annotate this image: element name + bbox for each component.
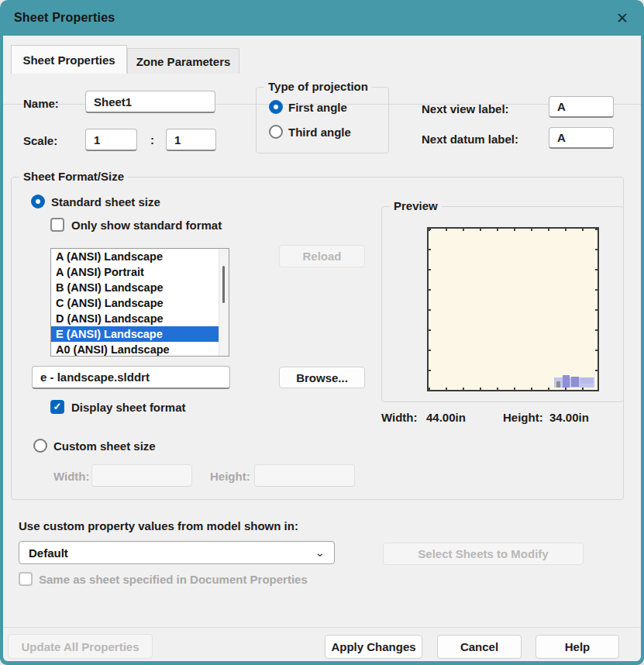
next-datum-value: A [557, 131, 566, 144]
preview-ticks-right [595, 229, 598, 390]
format-list-scroll-thumb[interactable] [222, 266, 225, 303]
title-block-col2 [571, 377, 579, 387]
sheet-properties-dialog: Sheet Properties ✕ Sheet Properties Zone… [0, 0, 644, 665]
scale-numerator-value: 1 [94, 133, 100, 146]
projection-group: Type of projection First angle Third ang… [256, 87, 389, 153]
checkbox-display-sheet-format[interactable]: ✓ Display sheet format [50, 400, 186, 414]
next-view-input[interactable]: A [549, 96, 614, 118]
scale-label: Scale: [23, 134, 57, 147]
chevron-down-icon: ⌄ [315, 546, 325, 560]
sheet-preview [427, 227, 599, 391]
projection-legend: Type of projection [264, 80, 372, 93]
format-list-item[interactable]: A (ANSI) Portrait [51, 264, 229, 280]
checkbox-same-as-label: Same as sheet specified in Document Prop… [39, 573, 308, 586]
custom-property-dropdown-value: Default [29, 546, 68, 560]
cancel-label: Cancel [460, 640, 498, 653]
browse-button[interactable]: Browse... [279, 367, 365, 388]
reload-button[interactable]: Reload [279, 245, 365, 267]
preview-group: Preview [381, 206, 624, 402]
sheet-format-group: Sheet Format/Size Standard sheet size On… [11, 177, 624, 500]
checkbox-display-label: Display sheet format [71, 401, 186, 414]
format-list-scrollbar[interactable] [219, 249, 229, 356]
title-bar: Sheet Properties ✕ [0, 0, 644, 36]
name-value: Sheet1 [94, 95, 132, 109]
radio-standard-label: Standard sheet size [51, 195, 160, 208]
radio-third-angle[interactable]: Third angle [269, 125, 351, 139]
radio-first-angle-label: First angle [288, 101, 347, 114]
preview-ticks-top [429, 228, 598, 231]
next-datum-label: Next datum label: [422, 133, 518, 146]
custom-property-dropdown[interactable]: Default ⌄ [19, 541, 335, 564]
dialog-body: Sheet Properties Zone Parameters Name: S… [3, 36, 641, 661]
checkbox-same-as-sheet[interactable]: Same as sheet specified in Document Prop… [19, 572, 308, 586]
radio-first-angle[interactable]: First angle [269, 100, 347, 114]
format-list-item[interactable]: E (ANSI) Landscape [51, 326, 229, 342]
radio-custom-label: Custom sheet size [53, 439, 156, 453]
format-list-item[interactable]: A (ANSI) Landscape [51, 249, 229, 264]
select-sheets-to-modify-button[interactable]: Select Sheets to Modify [383, 543, 584, 565]
title-block-col3 [580, 377, 593, 384]
format-list-item[interactable]: B (ANSI) Landscape [51, 280, 229, 295]
name-label: Name: [23, 97, 59, 110]
update-all-properties-button[interactable]: Update All Properties [8, 634, 153, 659]
format-file-value: e - landscape.slddrt [40, 370, 150, 384]
preview-ticks-left [428, 229, 431, 390]
preview-legend: Preview [390, 199, 442, 212]
preview-width-value: 44.00in [426, 411, 466, 424]
footer-separator [3, 627, 641, 628]
checkbox-only-standard[interactable]: Only show standard format [50, 218, 222, 232]
custom-height-label: Height: [210, 470, 250, 483]
checkbox-display-control: ✓ [50, 400, 64, 414]
custom-height-input[interactable] [254, 464, 355, 487]
next-view-label: Next view label: [422, 102, 509, 115]
preview-height-value: 34.00in [549, 411, 589, 424]
radio-first-angle-control [269, 100, 283, 114]
radio-custom-control [33, 439, 47, 453]
custom-property-label: Use custom property values from model sh… [19, 519, 298, 532]
checkbox-only-standard-control [50, 218, 64, 232]
scale-denominator-value: 1 [174, 133, 181, 146]
format-listbox[interactable]: A (ANSI) LandscapeA (ANSI) PortraitB (AN… [50, 248, 229, 357]
next-datum-input[interactable]: A [549, 127, 614, 149]
format-file-input[interactable]: e - landscape.slddrt [32, 366, 230, 389]
radio-third-angle-control [269, 125, 283, 139]
help-button[interactable]: Help [536, 635, 619, 659]
apply-changes-button[interactable]: Apply Changes [325, 635, 422, 659]
sheet-format-legend: Sheet Format/Size [19, 170, 128, 183]
scale-separator: : [150, 133, 154, 146]
title-block-col1 [563, 375, 570, 388]
close-icon[interactable]: ✕ [613, 9, 632, 27]
help-label: Help [565, 640, 591, 653]
apply-changes-label: Apply Changes [331, 640, 415, 653]
update-all-label: Update All Properties [22, 640, 139, 653]
window-title: Sheet Properties [14, 11, 115, 25]
name-input[interactable]: Sheet1 [85, 91, 215, 113]
preview-width-label: Width: [381, 411, 418, 424]
preview-ticks-bottom [429, 388, 598, 391]
scale-numerator-input[interactable]: 1 [85, 129, 137, 151]
custom-width-input[interactable] [91, 464, 192, 487]
tab-sheet-properties-label: Sheet Properties [22, 53, 115, 67]
preview-height-label: Height: [503, 411, 543, 424]
checkbox-only-standard-label: Only show standard format [71, 219, 222, 232]
select-sheets-label: Select Sheets to Modify [418, 547, 548, 560]
custom-width-label: Width: [53, 470, 90, 483]
tab-zone-parameters-label: Zone Parameters [136, 55, 231, 68]
format-list-item[interactable]: C (ANSI) Landscape [51, 295, 229, 311]
scale-denominator-input[interactable]: 1 [166, 129, 216, 151]
reload-button-label: Reload [302, 250, 341, 263]
radio-standard-control [31, 195, 45, 208]
format-list-item[interactable]: D (ANSI) Landscape [51, 311, 229, 326]
radio-standard-sheet-size[interactable]: Standard sheet size [31, 195, 160, 208]
format-list-item[interactable]: A0 (ANSI) Landscape [51, 342, 229, 357]
checkbox-same-as-control [19, 572, 33, 586]
cancel-button[interactable]: Cancel [437, 635, 522, 659]
tab-zone-parameters[interactable]: Zone Parameters [127, 48, 239, 74]
radio-custom-sheet-size[interactable]: Custom sheet size [33, 439, 156, 453]
radio-third-angle-label: Third angle [288, 126, 351, 139]
next-view-value: A [557, 100, 566, 113]
title-block-mark [556, 381, 560, 388]
tab-sheet-properties[interactable]: Sheet Properties [11, 45, 127, 74]
browse-button-label: Browse... [296, 371, 348, 384]
